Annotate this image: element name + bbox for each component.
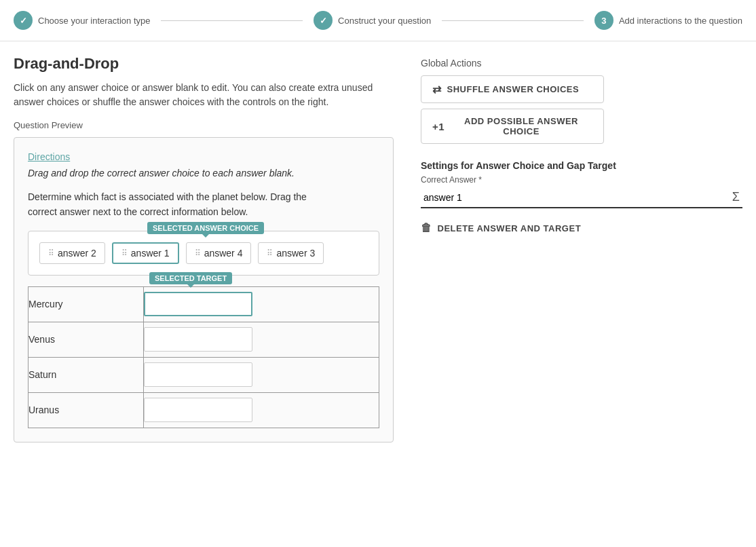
correct-answer-input[interactable] [421, 188, 730, 207]
question-line2: correct answer next to the correct infor… [28, 206, 248, 217]
chip-label: answer 2 [58, 248, 96, 259]
delete-answer-target-button[interactable]: 🗑 DELETE ANSWER AND TARGET [421, 219, 581, 237]
add-answer-button[interactable]: +1 ADD POSSIBLE ANSWER CHOICE [421, 109, 604, 144]
chip-label: answer 3 [276, 248, 315, 259]
shuffle-button[interactable]: ⇄ SHUFFLE ANSWER CHOICES [421, 75, 604, 103]
drop-cell-venus[interactable] [144, 322, 379, 357]
step-1-icon: ✓ [20, 16, 27, 26]
delete-label: DELETE ANSWER AND TARGET [438, 223, 582, 233]
step-1: ✓ Choose your interaction type [14, 11, 150, 30]
step-3-label: Add interactions to the question [619, 16, 742, 26]
planet-cell-mercury: Mercury [29, 286, 144, 322]
trash-icon: 🗑 [421, 222, 432, 234]
planet-cell-uranus: Uranus [29, 392, 144, 428]
drag-handle: ⠿ [121, 248, 127, 258]
drop-cell-mercury[interactable]: SELECTED TARGET [144, 286, 379, 322]
page-description: Click on any answer choice or answer bla… [14, 81, 394, 109]
drop-cell-uranus[interactable] [144, 392, 379, 428]
step-2: ✓ Construct your question [314, 11, 431, 30]
drag-handle: ⠿ [48, 248, 54, 258]
step-connector-1 [161, 20, 303, 21]
right-panel: Global Actions ⇄ SHUFFLE ANSWER CHOICES … [421, 55, 742, 442]
drop-table-container: MercurySELECTED TARGETVenusSaturnUranus [28, 286, 379, 428]
step-3-circle: 3 [594, 11, 613, 30]
step-2-circle: ✓ [314, 11, 333, 30]
add-label: ADD POSSIBLE ANSWER CHOICE [450, 116, 592, 136]
page-title: Drag-and-Drop [14, 55, 394, 73]
step-2-icon: ✓ [320, 16, 327, 26]
settings-title: Settings for Answer Choice and Gap Targe… [421, 160, 742, 171]
global-actions-label: Global Actions [421, 58, 742, 69]
left-panel: Drag-and-Drop Click on any answer choice… [14, 55, 394, 442]
step-3-number: 3 [601, 16, 606, 26]
answer-chip-answer4[interactable]: ⠿answer 4 [186, 242, 252, 264]
step-connector-2 [442, 20, 584, 21]
sigma-icon[interactable]: Σ [730, 187, 742, 207]
question-line1: Determine which fact is associated with … [28, 191, 307, 202]
drop-cell-saturn[interactable] [144, 357, 379, 392]
correct-answer-input-row: Σ [421, 187, 742, 208]
step-1-circle: ✓ [14, 11, 33, 30]
question-preview-label: Question Preview [14, 120, 394, 130]
drop-box-uranus[interactable] [144, 398, 252, 422]
selected-answer-tooltip: SELECTED ANSWER CHOICE [147, 222, 264, 234]
selected-target-tooltip: SELECTED TARGET [149, 272, 232, 284]
directions-link[interactable]: Directions [28, 151, 379, 162]
settings-section: Settings for Answer Choice and Gap Targe… [421, 160, 742, 237]
step-3: 3 Add interactions to the question [594, 11, 742, 30]
drop-box-mercury[interactable] [144, 292, 252, 316]
directions-text: Drag and drop the correct answer choice … [28, 168, 379, 178]
shuffle-label: SHUFFLE ANSWER CHOICES [447, 84, 580, 94]
answer-chip-answer1[interactable]: ⠿answer 1 [112, 242, 179, 264]
answer-choices-area: SELECTED ANSWER CHOICE ⠿answer 2⠿answer … [28, 231, 379, 276]
step-2-label: Construct your question [338, 16, 431, 26]
planet-cell-venus: Venus [29, 322, 144, 357]
table-row: Venus [29, 322, 379, 357]
answer-chip-answer2[interactable]: ⠿answer 2 [39, 242, 105, 264]
drop-box-saturn[interactable] [144, 362, 252, 387]
chip-label: answer 4 [204, 248, 243, 259]
progress-bar: ✓ Choose your interaction type ✓ Constru… [0, 0, 756, 41]
table-row: Uranus [29, 392, 379, 428]
step-1-label: Choose your interaction type [38, 16, 150, 26]
add-icon: +1 [432, 121, 445, 132]
drop-table: MercurySELECTED TARGETVenusSaturnUranus [28, 286, 379, 428]
answer-chip-answer3[interactable]: ⠿answer 3 [258, 242, 324, 264]
planet-cell-saturn: Saturn [29, 357, 144, 392]
drag-handle: ⠿ [267, 248, 272, 258]
question-text: Determine which fact is associated with … [28, 189, 379, 220]
drag-handle: ⠿ [195, 248, 200, 258]
answer-chips-row: ⠿answer 2⠿answer 1⠿answer 4⠿answer 3 [39, 242, 368, 264]
chip-label: answer 1 [131, 248, 170, 259]
question-preview: Directions Drag and drop the correct ans… [14, 137, 394, 442]
table-row: MercurySELECTED TARGET [29, 286, 379, 322]
drop-box-venus[interactable] [144, 327, 252, 352]
table-row: Saturn [29, 357, 379, 392]
shuffle-icon: ⇄ [432, 83, 442, 96]
correct-answer-label: Correct Answer * [421, 175, 742, 185]
main-content: Drag-and-Drop Click on any answer choice… [0, 41, 756, 456]
